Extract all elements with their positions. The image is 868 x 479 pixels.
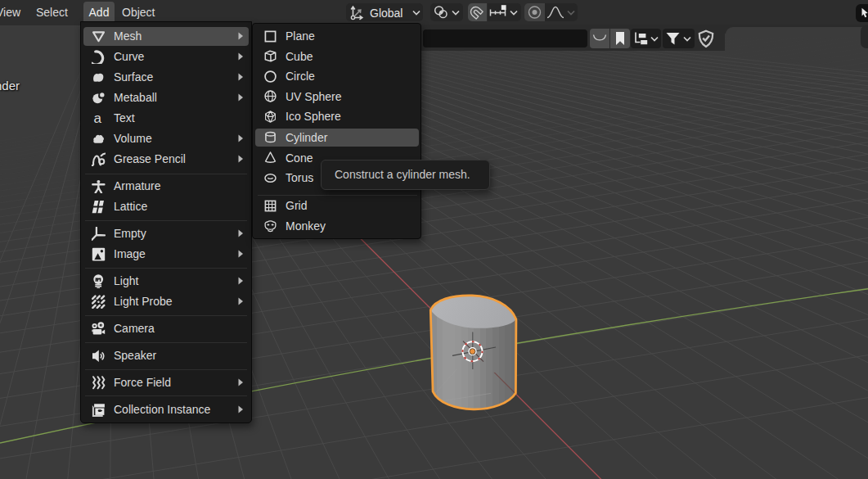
- svg-text:a: a: [94, 111, 102, 125]
